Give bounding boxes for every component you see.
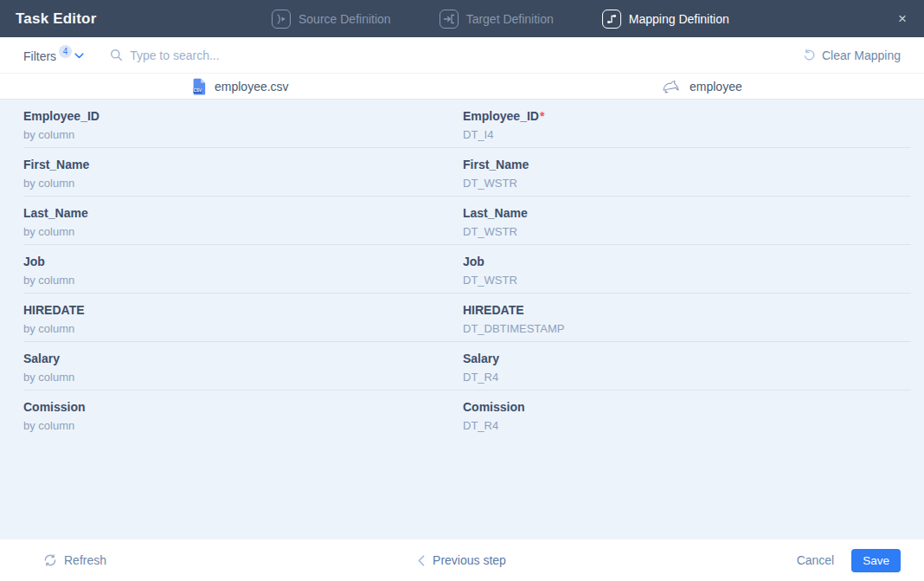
- mapping-source-cell: Last_Name by column: [0, 197, 463, 245]
- previous-step-label: Previous step: [433, 553, 506, 567]
- target-column-name: HIREDATE*: [463, 301, 924, 319]
- mapping-definition-icon: [602, 10, 621, 29]
- source-mapping-mode: by column: [23, 175, 463, 191]
- filters-count-badge: 4: [59, 45, 72, 58]
- target-data-type: DT_I4: [463, 126, 924, 143]
- mapping-target-cell: Salary* DT_R4: [463, 342, 924, 391]
- target-data-type: DT_R4: [463, 417, 924, 434]
- source-column-name: Comission: [23, 398, 463, 416]
- source-column-name: Job: [23, 253, 463, 270]
- source-mapping-mode: by column: [23, 126, 463, 143]
- filters-label: Filters: [23, 47, 56, 63]
- target-column-name: Employee_ID*: [463, 107, 924, 125]
- tab-mapping-definition[interactable]: Mapping Definition: [602, 10, 729, 29]
- mapping-row[interactable]: Job by column Job* DT_WSTR: [0, 245, 924, 294]
- clear-mapping-button[interactable]: Clear Mapping: [803, 48, 901, 62]
- target-column-header: employee: [463, 79, 924, 94]
- mapping-target-cell: First_Name* DT_WSTR: [463, 148, 924, 197]
- source-mapping-mode: by column: [23, 369, 463, 385]
- source-mapping-mode: by column: [23, 272, 463, 288]
- mapping-source-cell: Job by column: [0, 245, 463, 294]
- target-data-type: DT_DBTIMESTAMP: [463, 320, 924, 337]
- target-column-name: Comission*: [463, 398, 924, 416]
- close-icon[interactable]: ×: [893, 0, 912, 37]
- refresh-button[interactable]: Refresh: [43, 553, 106, 567]
- refresh-label: Refresh: [64, 553, 106, 567]
- target-data-type: DT_WSTR: [463, 175, 924, 191]
- tab-label: Target Definition: [466, 12, 554, 26]
- mapping-source-cell: Salary by column: [0, 342, 463, 391]
- source-column-name: Salary: [23, 350, 463, 367]
- title-bar: Task Editor Source Definition: [0, 0, 924, 37]
- toolbar: Filters 4 Clear Mapping: [0, 37, 924, 74]
- save-button[interactable]: Save: [851, 549, 901, 572]
- mysql-dolphin-icon: [662, 79, 681, 94]
- target-column-name: Salary*: [463, 350, 924, 367]
- mapping-row[interactable]: HIREDATE by column HIREDATE* DT_DBTIMEST…: [0, 294, 924, 342]
- source-file-name: employee.csv: [215, 80, 289, 94]
- footer-actions: Cancel Save: [797, 549, 901, 572]
- mapping-source-cell: Comission by column: [0, 391, 463, 439]
- tab-label: Source Definition: [298, 12, 391, 26]
- refresh-icon: [43, 553, 57, 567]
- target-column-name: Last_Name*: [463, 204, 924, 222]
- source-mapping-mode: by column: [23, 320, 463, 337]
- search-icon: [110, 48, 123, 61]
- source-column-header: CSV employee.csv: [0, 78, 463, 95]
- target-data-type: DT_R4: [463, 369, 924, 385]
- window-title: Task Editor: [16, 10, 97, 28]
- target-data-type: DT_WSTR: [463, 272, 924, 288]
- mapping-list: Employee_ID by column Employee_ID* DT_I4…: [0, 100, 924, 539]
- mapping-source-cell: HIREDATE by column: [0, 294, 463, 342]
- mapping-target-cell: HIREDATE* DT_DBTIMESTAMP: [463, 294, 924, 342]
- source-column-name: Employee_ID: [23, 107, 463, 125]
- source-definition-icon: [272, 10, 291, 29]
- mapping-row[interactable]: First_Name by column First_Name* DT_WSTR: [0, 148, 924, 197]
- footer-bar: Refresh Previous step Cancel Save: [0, 539, 924, 581]
- source-mapping-mode: by column: [23, 223, 463, 240]
- filters-dropdown[interactable]: Filters 4: [23, 47, 84, 63]
- source-mapping-mode: by column: [23, 417, 463, 434]
- target-table-name: employee: [690, 80, 742, 94]
- search-input[interactable]: [130, 48, 424, 62]
- tab-target-definition[interactable]: Target Definition: [440, 10, 554, 29]
- search-box: [110, 48, 803, 62]
- mapping-row[interactable]: Salary by column Salary* DT_R4: [0, 342, 924, 391]
- target-column-name: Job*: [463, 253, 924, 270]
- chevron-left-icon: [418, 555, 425, 566]
- step-tabs: Source Definition Target Definition: [272, 0, 729, 37]
- source-column-name: Last_Name: [23, 204, 463, 222]
- clear-mapping-icon: [803, 48, 816, 61]
- column-headers: CSV employee.csv employee: [0, 74, 924, 100]
- mapping-source-cell: First_Name by column: [0, 148, 463, 197]
- mapping-row[interactable]: Comission by column Comission* DT_R4: [0, 391, 924, 439]
- svg-text:CSV: CSV: [194, 88, 202, 93]
- required-asterisk: *: [540, 109, 544, 123]
- cancel-button[interactable]: Cancel: [797, 553, 835, 567]
- chevron-down-icon: [74, 53, 84, 59]
- source-column-name: First_Name: [23, 156, 463, 173]
- target-data-type: DT_WSTR: [463, 223, 924, 240]
- mapping-row[interactable]: Employee_ID by column Employee_ID* DT_I4: [0, 100, 924, 148]
- tab-source-definition[interactable]: Source Definition: [272, 10, 391, 29]
- target-definition-icon: [440, 10, 459, 29]
- mapping-target-cell: Comission* DT_R4: [463, 391, 924, 439]
- source-column-name: HIREDATE: [23, 301, 463, 319]
- mapping-source-cell: Employee_ID by column: [0, 100, 463, 148]
- mapping-target-cell: Last_Name* DT_WSTR: [463, 197, 924, 245]
- previous-step-button[interactable]: Previous step: [418, 553, 506, 567]
- csv-file-icon: CSV: [192, 78, 207, 95]
- mapping-target-cell: Job* DT_WSTR: [463, 245, 924, 294]
- task-editor-window: Task Editor Source Definition: [0, 0, 924, 581]
- mapping-target-cell: Employee_ID* DT_I4: [463, 100, 924, 148]
- target-column-name: First_Name*: [463, 156, 924, 173]
- clear-mapping-label: Clear Mapping: [822, 48, 901, 62]
- tab-label: Mapping Definition: [629, 12, 729, 26]
- mapping-row[interactable]: Last_Name by column Last_Name* DT_WSTR: [0, 197, 924, 245]
